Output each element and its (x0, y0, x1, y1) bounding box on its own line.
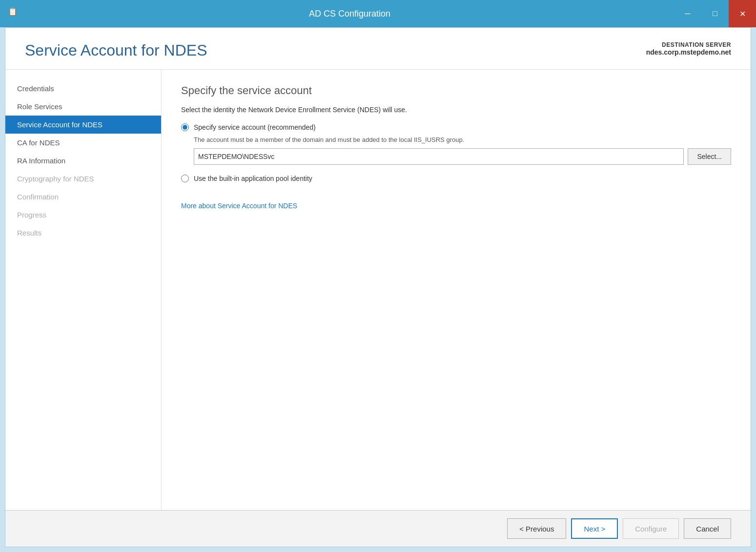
title-bar: 📋 AD CS Configuration ─ □ ✕ (0, 0, 756, 27)
section-title: Specify the service account (181, 84, 731, 97)
help-link[interactable]: More about Service Account for NDES (181, 192, 731, 210)
server-info: DESTINATION SERVER ndes.corp.mstepdemo.n… (646, 41, 731, 56)
previous-button[interactable]: < Previous (507, 518, 566, 539)
service-account-row: Select... (194, 148, 731, 165)
server-label: DESTINATION SERVER (646, 41, 731, 48)
sidebar-item-credentials[interactable]: Credentials (5, 79, 161, 98)
sidebar-item-ca-for-ndes[interactable]: CA for NDES (5, 134, 161, 152)
configure-button: Configure (623, 518, 679, 539)
minimize-button[interactable]: ─ (674, 0, 701, 27)
radio-specify[interactable] (181, 123, 189, 131)
sidebar-item-results: Results (5, 224, 161, 242)
radio-specify-option[interactable]: Specify service account (recommended) (181, 123, 731, 131)
radio-builtin[interactable] (181, 175, 189, 182)
cancel-button[interactable]: Cancel (684, 518, 731, 539)
sub-description: The account must be a member of the doma… (194, 136, 731, 143)
description-text: Select the identity the Network Device E… (181, 106, 731, 114)
sidebar-item-progress: Progress (5, 206, 161, 224)
main-panel: Specify the service account Select the i… (162, 70, 751, 510)
restore-button[interactable]: □ (701, 0, 729, 27)
radio-builtin-label[interactable]: Use the built-in application pool identi… (194, 175, 312, 182)
service-account-input[interactable] (194, 148, 684, 165)
bottom-bar: < Previous Next > Configure Cancel (5, 510, 751, 547)
sidebar-item-cryptography: Cryptography for NDES (5, 170, 161, 188)
select-button[interactable]: Select... (688, 148, 731, 165)
sidebar-item-role-services[interactable]: Role Services (5, 98, 161, 116)
window-controls: ─ □ ✕ (674, 0, 756, 27)
server-value: ndes.corp.mstepdemo.net (646, 48, 731, 56)
header: Service Account for NDES DESTINATION SER… (5, 28, 751, 70)
sidebar-item-confirmation: Confirmation (5, 188, 161, 206)
page-title: Service Account for NDES (25, 41, 207, 59)
title-bar-title: AD CS Configuration (25, 9, 674, 19)
sidebar-item-ra-information[interactable]: RA Information (5, 152, 161, 170)
main-window: Service Account for NDES DESTINATION SER… (5, 27, 751, 547)
radio-specify-label[interactable]: Specify service account (recommended) (194, 123, 316, 131)
next-button[interactable]: Next > (571, 518, 618, 539)
sidebar-item-service-account[interactable]: Service Account for NDES (5, 116, 161, 134)
radio-builtin-option[interactable]: Use the built-in application pool identi… (181, 175, 731, 182)
radio-group: Specify service account (recommended) Th… (181, 123, 731, 182)
sidebar: Credentials Role Services Service Accoun… (5, 70, 162, 510)
close-button[interactable]: ✕ (729, 0, 756, 27)
content-area: Credentials Role Services Service Accoun… (5, 70, 751, 510)
app-icon: 📋 (8, 7, 21, 20)
